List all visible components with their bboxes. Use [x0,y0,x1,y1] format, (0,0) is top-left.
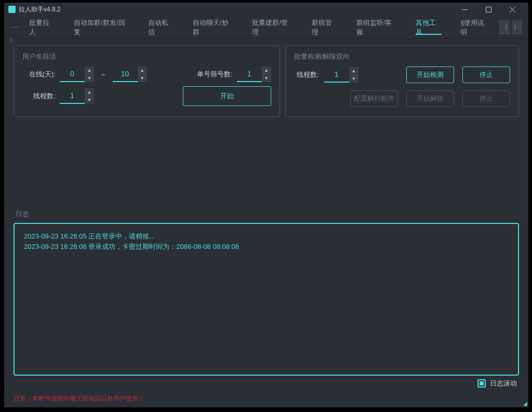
tab-next-button[interactable]: 〉 [512,20,522,35]
close-button[interactable] [500,3,524,16]
start-button[interactable]: 开始 [183,86,271,106]
tab-group-manage[interactable]: 群组管理 [302,16,347,39]
spinner-down-icon[interactable]: ▼ [138,74,147,82]
online-min-spinner[interactable]: ▲ ▼ [60,67,94,82]
maximize-button[interactable] [476,3,500,16]
svg-rect-1 [486,7,491,12]
single-spinner[interactable]: ▲ ▼ [237,67,271,82]
checkbox-checked-icon [480,381,484,386]
log-scroll-checkbox[interactable] [477,379,486,388]
username-filter-panel: 用户名筛活 在线(天): ▲ ▼ ~ [14,45,280,117]
resize-handle-icon[interactable]: ◢ [523,401,527,406]
start-unblock-button[interactable]: 开始解除 [406,90,454,107]
tab-group-monitor[interactable]: 群组监听/客服 [347,16,406,39]
window-title: 拉人助手v4.8.2 [19,5,453,14]
panel-title: 批量检测/解除双向 [294,52,510,61]
minimize-button[interactable] [453,3,476,16]
tab-deco-line [11,27,19,28]
log-output[interactable]: 2023-09-23 16:26:05 正在登录中，请稍候... 2023-09… [14,223,519,376]
thread-input[interactable] [60,88,85,104]
app-icon [8,6,16,13]
spinner-down-icon[interactable]: ▼ [349,75,358,83]
spinner-down-icon[interactable]: ▼ [85,74,94,82]
tab-prev-button[interactable]: 〈 [499,20,510,35]
tab-bulk-pull[interactable]: 批量拉人 [20,16,64,39]
online-max-input[interactable] [113,67,138,82]
stop-button[interactable]: 停止 [462,67,510,83]
tab-other-tools[interactable]: 其他工具 [406,16,451,39]
thread-label: 线程数: [294,70,319,79]
config-mail-button[interactable]: 配置解封邮件 [350,90,398,107]
thread-label: 线程数: [22,91,56,101]
thread-spinner[interactable]: ▲ ▼ [60,88,94,104]
tab-bar: ⊏ 批量拉人 自动加群/群发/回复 自动私信 自动聊天/炒群 批量建群/管理 群… [4,16,528,39]
tab-instructions[interactable]: §使用说明 [451,16,499,39]
spinner-up-icon[interactable]: ▲ [85,67,94,74]
spinner-down-icon[interactable]: ▼ [262,74,271,82]
spinner-up-icon[interactable]: ▲ [262,67,271,74]
thread-spinner-right[interactable]: ▲ ▼ [324,67,358,83]
thread-input-right[interactable] [324,67,349,83]
single-label: 单号筛号数: [193,70,233,79]
bulk-detect-panel: 批量检测/解除双向 线程数: ▲ ▼ 开始检测 [285,45,519,117]
log-line: 2023-09-23 16:26:06 登录成功，卡密过期时间为：2088-08… [24,242,509,252]
tab-auto-group[interactable]: 自动加群/群发/回复 [64,16,139,39]
online-label: 在线(天): [22,70,56,79]
tilde-separator: ~ [98,71,109,78]
warning-text: 註意：本軟件僅限中國大陸地區以外用戶使用！ [4,392,528,407]
online-max-spinner[interactable]: ▲ ▼ [113,67,147,82]
spinner-down-icon[interactable]: ▼ [85,96,94,104]
tab-bulk-create[interactable]: 批量建群/管理 [243,16,302,39]
tab-auto-dm[interactable]: 自动私信 [139,16,183,39]
online-min-input[interactable] [60,67,85,82]
log-line: 2023-09-23 16:26:05 正在登录中，请稍候... [24,231,509,242]
tab-auto-chat[interactable]: 自动聊天/炒群 [183,16,243,39]
log-scroll-label: 日志滚动 [490,379,517,388]
single-input[interactable] [237,67,262,82]
tab-deco-icon: ⊏ [9,37,14,43]
spinner-up-icon[interactable]: ▲ [85,88,94,96]
log-title: 日志 [14,209,519,219]
spinner-up-icon[interactable]: ▲ [349,67,358,75]
start-detect-button[interactable]: 开始检测 [406,67,454,83]
spinner-up-icon[interactable]: ▲ [138,67,147,74]
panel-title: 用户名筛活 [22,52,271,61]
stop-button-2[interactable]: 停止 [462,90,510,107]
titlebar: 拉人助手v4.8.2 [4,3,528,16]
